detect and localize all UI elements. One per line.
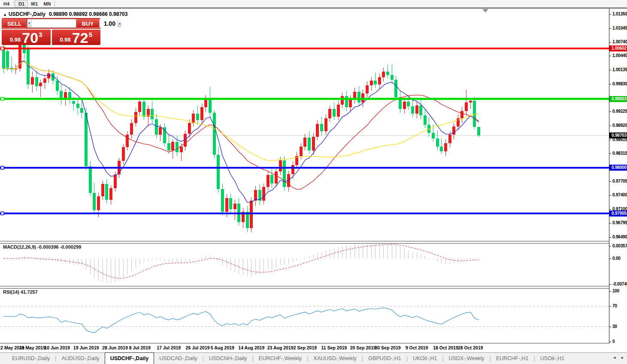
rsi-tick-label: 70 bbox=[612, 304, 617, 308]
chart-tab-usdx-weekly[interactable]: USDX-,Weekly bbox=[444, 353, 490, 364]
timeframe-h4-button[interactable]: H4 bbox=[0, 0, 13, 7]
rsi-tick-label: 0 bbox=[612, 339, 615, 344]
chart-tab-usdchf-daily[interactable]: USDCHF-,Daily bbox=[105, 352, 154, 364]
date-tick-label: 10 Jun 2019 bbox=[44, 345, 70, 350]
macd-tick-label: 0.00 bbox=[612, 256, 621, 261]
price-tick-label: 1.00440 bbox=[612, 53, 627, 58]
date-tick-label: 19 Jun 2019 bbox=[73, 345, 99, 350]
price-tick-label: 0.96795 bbox=[612, 220, 627, 225]
date-tick-label: 28 Jun 2019 bbox=[102, 345, 128, 350]
rsi-label: RSI(14) 41.7257 bbox=[3, 289, 38, 295]
axis-tickmark bbox=[609, 126, 611, 126]
sell-price-base: 0.98 bbox=[10, 36, 21, 43]
price-axis[interactable]: 1.013501.010451.007401.004401.001350.998… bbox=[609, 9, 627, 343]
timeframe-w1-button[interactable]: W1 bbox=[28, 0, 41, 7]
date-tick-label: 11 Sep 2019 bbox=[321, 345, 347, 350]
buy-price-pip: 5 bbox=[89, 31, 92, 38]
chart-title: ▲USDCHF-,Daily0.98890 0.98892 0.98666 0.… bbox=[3, 11, 127, 17]
chart-tab-eurchf-weekly[interactable]: EURCHF-,Weekly bbox=[254, 353, 307, 364]
macd-name: MACD(12,26,9) bbox=[3, 244, 36, 250]
axis-tickmark bbox=[609, 14, 611, 15]
macd-label: MACD(12,26,9) -0.000396 -0.000299 bbox=[3, 244, 81, 250]
axis-tickmark bbox=[609, 181, 611, 182]
chart-tab-gbpusd-h1[interactable]: GBPUSD-,H1 bbox=[363, 353, 406, 364]
volume-increase-icon[interactable]: ▲ bbox=[118, 19, 121, 27]
axis-tickmark bbox=[609, 209, 611, 210]
date-tick-label: 17 Jul 2019 bbox=[157, 345, 181, 350]
rsi-current-value: 41.7257 bbox=[21, 289, 38, 295]
axis-tickmark bbox=[609, 223, 611, 223]
axis-tickmark bbox=[609, 111, 611, 112]
axis-tickmark bbox=[609, 259, 611, 259]
rsi-name: RSI(14) bbox=[3, 289, 19, 295]
collapse-triangle-icon[interactable]: ▲ bbox=[3, 12, 7, 17]
volume-stepper: ▼ ▲ bbox=[27, 19, 75, 28]
chart-tab-usdcad-daily[interactable]: USDCAD-,Daily bbox=[154, 353, 202, 364]
rsi-tick-label: 100 bbox=[612, 289, 619, 293]
timeframe-mn-button[interactable]: MN bbox=[41, 0, 54, 7]
axis-tickmark bbox=[609, 42, 611, 42]
price-badge: 0.98703 bbox=[609, 132, 627, 138]
buy-price-base: 0.98 bbox=[60, 36, 71, 43]
chart-tab-eurchf-h1[interactable]: EURCHF-,H1 bbox=[491, 353, 534, 364]
volume-decrease-icon[interactable]: ▼ bbox=[27, 19, 31, 27]
rsi-tick-label: 30 bbox=[612, 324, 617, 329]
sell-button[interactable]: SELL bbox=[3, 19, 26, 28]
chart-tab-xauusd-weekly[interactable]: XAUUSD-,Weekly bbox=[309, 353, 362, 364]
buy-price-big: 72 bbox=[72, 32, 88, 45]
chart-tab-usoil-h1[interactable]: USOil-,H1 bbox=[535, 353, 569, 364]
buy-button[interactable]: BUY bbox=[76, 19, 100, 28]
price-tick-label: 1.01350 bbox=[612, 12, 627, 16]
axis-tickmark bbox=[609, 56, 611, 56]
trade-panel-top-row: SELL ▼ ▲ BUY bbox=[2, 18, 100, 29]
date-tick-label: 23 Aug 2019 bbox=[267, 345, 294, 350]
date-tick-label: 26 Jul 2019 bbox=[186, 345, 210, 350]
date-tick-label: 5 Aug 2019 bbox=[211, 345, 234, 350]
axis-tickmark bbox=[609, 237, 611, 238]
axis-tickmark bbox=[609, 195, 611, 196]
price-badge: 0.98000 bbox=[609, 165, 627, 171]
axis-tickmark bbox=[609, 153, 611, 154]
price-tick-label: 0.99830 bbox=[612, 81, 627, 86]
buy-price-display[interactable]: 0.98 72 5 bbox=[52, 30, 101, 45]
price-tick-label: 0.96490 bbox=[612, 235, 627, 239]
price-tick-label: 1.01045 bbox=[612, 26, 627, 30]
price-tick-label: 0.97400 bbox=[612, 193, 627, 197]
date-tick-label: 8 Jul 2019 bbox=[129, 345, 151, 350]
rsi-panel[interactable] bbox=[0, 288, 627, 343]
axis-tickmark bbox=[609, 306, 611, 307]
tab-scroll-right-icon[interactable]: ► bbox=[621, 355, 624, 360]
volume-input[interactable] bbox=[31, 19, 118, 27]
timeframe-d1-button[interactable]: D1 bbox=[15, 0, 28, 7]
price-tick-label: 0.98920 bbox=[612, 123, 627, 128]
price-tick-label: 1.00740 bbox=[612, 39, 627, 44]
macd-panel[interactable] bbox=[0, 243, 627, 286]
price-tick-label: 0.99225 bbox=[612, 109, 627, 114]
axis-tickmark bbox=[609, 140, 611, 140]
chart-tab-ukoil-h1[interactable]: UKOil-,H1 bbox=[408, 353, 442, 364]
chart-ohlc-values: 0.98890 0.98892 0.98666 0.98703 bbox=[49, 11, 128, 17]
date-tick-label: 14 Aug 2019 bbox=[238, 345, 264, 350]
sell-price-display[interactable]: 0.98 70 3 bbox=[2, 30, 51, 45]
macd-tick-label: -0.00749 bbox=[612, 282, 627, 286]
one-click-trading-panel: SELL ▼ ▲ BUY 0.98 70 3 0.98 72 5 bbox=[2, 18, 100, 45]
date-axis[interactable]: 22 May 201931 May 201910 Jun 201919 Jun … bbox=[0, 343, 609, 352]
chart-tab-audusd-daily[interactable]: AUDUSD-,Daily bbox=[56, 353, 104, 364]
macd-tick-label: 0.003574 bbox=[612, 244, 627, 248]
axis-tickmark bbox=[609, 291, 611, 292]
axis-tickmark bbox=[609, 327, 611, 327]
date-tick-label: 28 Oct 2019 bbox=[458, 345, 483, 350]
price-tick-label: 0.97705 bbox=[612, 179, 627, 184]
axis-tickmark bbox=[609, 84, 611, 84]
tab-scroll-left-icon[interactable]: ◄ bbox=[612, 355, 616, 360]
chart-tab-usdcnh-daily[interactable]: USDCNH-,Daily bbox=[204, 353, 252, 364]
axis-tickmark bbox=[609, 284, 611, 285]
chart-shift-marker-icon[interactable] bbox=[482, 9, 488, 12]
toolbar-separator bbox=[14, 1, 14, 6]
chart-tab-eurusd-daily[interactable]: EURUSD-,Daily bbox=[7, 353, 55, 364]
price-tick-label: 0.98315 bbox=[612, 151, 627, 156]
axis-tickmark bbox=[609, 70, 611, 70]
date-tick-label: 20 Sep 2019 bbox=[350, 345, 376, 350]
macd-current-values: -0.000396 -0.000299 bbox=[37, 244, 81, 250]
date-tick-label: 30 Sep 2019 bbox=[375, 345, 401, 350]
